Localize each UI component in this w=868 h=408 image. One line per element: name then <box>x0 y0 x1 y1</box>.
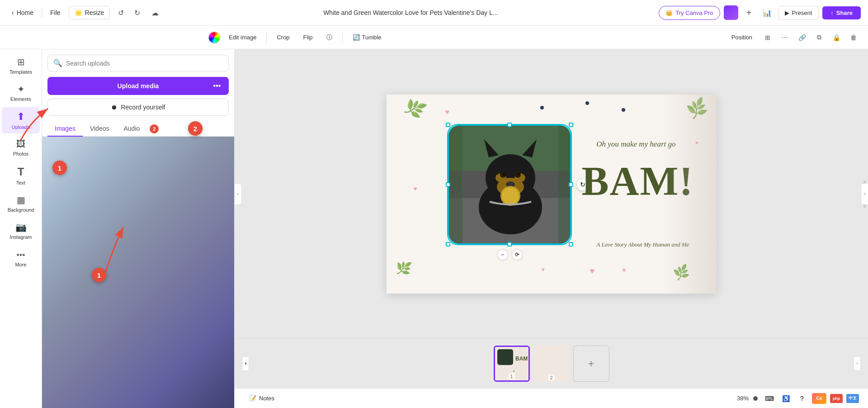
edit-image-label: Edit image <box>229 34 256 41</box>
thumb-1-num: 1 <box>508 373 514 380</box>
upload-more-icon[interactable]: ••• <box>211 80 223 92</box>
topbar-divider <box>42 7 42 18</box>
tab-audio[interactable]: Audio <box>116 121 147 137</box>
svg-rect-22 <box>497 349 513 365</box>
position-label: Position <box>731 34 752 41</box>
sidebar-item-text[interactable]: T Text <box>2 162 40 189</box>
redo-button[interactable]: ↻ <box>130 5 144 20</box>
image-minus-button[interactable]: − <box>497 249 508 260</box>
collapse-filmstrip-button[interactable]: ▾ <box>242 356 249 371</box>
image-controls: − ⟳ <box>497 249 523 260</box>
file-label: File <box>50 9 61 16</box>
topbar-left: ‹ Home File 🌟 Resize ↺ ↻ ☁ <box>7 5 162 20</box>
present-label: Present <box>792 9 812 16</box>
hide-panel-right[interactable]: › <box>861 183 868 205</box>
keyboard-shortcut-button[interactable]: ⌨ <box>763 392 776 405</box>
status-icons: ⌨ ♿ ? Ca php 中文 <box>763 392 859 405</box>
lock-btn[interactable]: 🔒 <box>829 30 844 45</box>
share-label: Share <box>836 9 853 16</box>
add-button[interactable]: + <box>742 5 756 20</box>
document-title: White and Green Watercolor Love for Pets… <box>168 9 653 16</box>
present-button[interactable]: ▶ Present <box>778 6 819 20</box>
tab-videos[interactable]: Videos <box>83 121 117 137</box>
grid-icon-btn[interactable]: ⊞ <box>760 30 775 45</box>
dog-image-container[interactable] <box>448 125 571 244</box>
add-page-button[interactable]: + <box>573 346 609 382</box>
hide-panel-button[interactable]: ‹ <box>235 183 242 205</box>
instagram-icon: 📷 <box>15 222 27 232</box>
sidebar-item-uploads[interactable]: ⬆ Uploads <box>2 107 40 133</box>
crown-icon: 👑 <box>665 9 673 16</box>
chevron-left-icon: ‹ <box>12 9 14 16</box>
undo-button[interactable]: ↺ <box>113 5 128 20</box>
main-area: ⊞ Templates ✦ Elements ⬆ Uploads 🖼 Photo… <box>0 49 868 408</box>
expand-filmstrip-right[interactable]: › <box>854 356 861 371</box>
panel-content: 1 <box>42 137 234 408</box>
image-replace-button[interactable]: ⟳ <box>512 249 523 260</box>
position-button[interactable]: Position <box>726 31 758 43</box>
upload-media-label: Upload media <box>118 82 159 90</box>
record-yourself-button[interactable]: ⏺ Record yourself <box>47 99 229 116</box>
canva-logo: Ca <box>812 393 826 404</box>
undo-redo-group: ↺ ↻ <box>113 5 144 20</box>
tumble-button[interactable]: 🔄 Tumble <box>347 31 387 43</box>
help-button[interactable]: ? <box>796 392 808 405</box>
edit-image-button[interactable]: Edit image <box>223 31 262 43</box>
canvas-right-fade <box>662 95 717 294</box>
sidebar-item-more[interactable]: ••• More <box>2 245 40 271</box>
panel-search-area: 🔍 <box>42 49 234 75</box>
canvas-scroll[interactable]: ‹ ♥ ♥ ♥ ♥ ♥ ♥ 🌿 <box>235 49 868 338</box>
color-swatch[interactable] <box>208 31 221 44</box>
svg-point-13 <box>517 173 520 176</box>
accessibility-button[interactable]: ♿ <box>779 392 792 405</box>
annotation-1-container: 1 <box>92 268 106 282</box>
canvas-area: ‹ ♥ ♥ ♥ ♥ ♥ ♥ 🌿 <box>235 49 868 408</box>
panel-tabs: Images Videos Audio 2 <box>42 118 234 137</box>
svg-rect-20 <box>558 126 571 244</box>
page-thumb-1[interactable]: BAM ♥ 1 <box>494 346 530 382</box>
dots-grid-btn[interactable]: ⋯ <box>778 30 792 45</box>
page-thumb-2[interactable]: 2 <box>533 346 570 382</box>
image-toolbar: Edit image Crop Flip ⓘ 🔄 Tumble Position… <box>0 26 868 49</box>
sidebar-item-instagram[interactable]: 📷 Instagram <box>2 218 40 243</box>
try-pro-button[interactable]: 👑 Try Canva Pro <box>659 6 720 20</box>
sidebar-item-templates[interactable]: ⊞ Templates <box>2 53 40 78</box>
notes-icon: 📝 <box>249 395 256 402</box>
filmstrip: ▾ BAM ♥ 1 2 + <box>235 338 868 388</box>
crop-label: Crop <box>277 34 289 41</box>
tab-images[interactable]: Images <box>47 121 83 137</box>
svg-text:♥: ♥ <box>513 370 514 372</box>
upload-media-button[interactable]: Upload media ••• <box>47 77 229 95</box>
elements-icon: ✦ <box>17 84 25 95</box>
share-button[interactable]: ↑ Share <box>822 6 861 19</box>
copy-btn[interactable]: ⧉ <box>812 30 826 45</box>
search-input[interactable] <box>66 60 223 67</box>
zoom-text: 38% <box>737 395 749 402</box>
file-button[interactable]: File <box>46 6 65 19</box>
status-bar: 📝 Notes 38% ⌨ ♿ ? Ca php 中文 <box>235 388 868 408</box>
left-panel: 🔍 Upload media ••• ⏺ Record yourself Ima… <box>42 49 235 408</box>
sidebar-item-background[interactable]: ▦ Background <box>2 191 40 216</box>
home-button[interactable]: ‹ Home <box>7 6 38 19</box>
flip-button[interactable]: Flip <box>298 31 318 43</box>
photos-label: Photos <box>13 151 28 157</box>
record-label: Record yourself <box>121 104 165 111</box>
info-button[interactable]: ⓘ <box>321 31 338 44</box>
zoom-dot <box>753 396 758 401</box>
save-status-button[interactable]: ☁ <box>148 5 162 20</box>
php-badge: php <box>830 394 843 403</box>
annotation-circle-1: 1 <box>92 268 106 282</box>
tab-badge: 2 <box>150 124 159 133</box>
delete-btn[interactable]: 🗑 <box>846 30 861 45</box>
resize-button[interactable]: 🌟 Resize <box>69 6 110 19</box>
flip-label: Flip <box>303 34 313 41</box>
notes-button[interactable]: 📝 Notes <box>244 392 280 404</box>
tumble-label: Tumble <box>362 34 382 41</box>
sidebar-item-elements[interactable]: ✦ Elements <box>2 80 40 105</box>
chart-button[interactable]: 📊 <box>760 5 774 20</box>
link-btn[interactable]: 🔗 <box>795 30 809 45</box>
sidebar-item-photos[interactable]: 🖼 Photos <box>2 135 40 160</box>
toolbar-separator-2 <box>342 32 343 43</box>
crop-button[interactable]: Crop <box>271 31 295 43</box>
design-canvas[interactable]: ♥ ♥ ♥ ♥ ♥ ♥ 🌿 🌿 🌿 🌿 <box>387 95 717 294</box>
